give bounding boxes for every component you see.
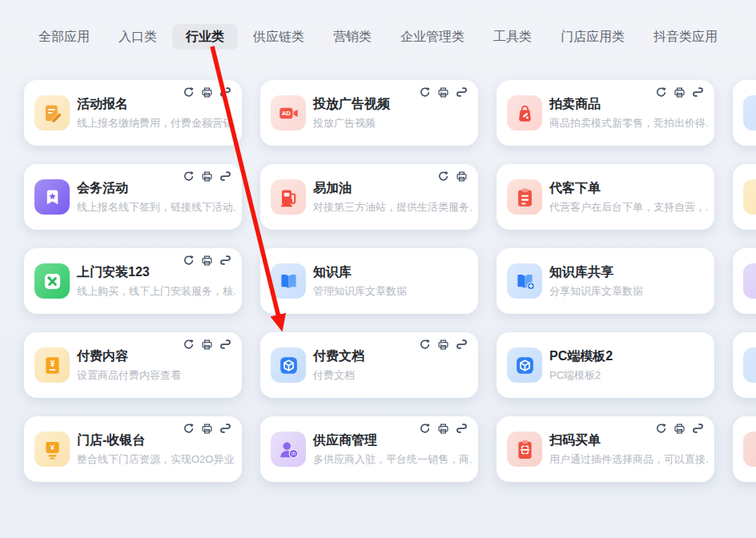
category-tab[interactable]: 工具类 [493,24,532,50]
app-card-description: 对接第三方油站，提供生活类服务。 [313,200,472,214]
link-icon[interactable] [692,86,704,98]
category-tab[interactable]: 企业管理类 [400,24,464,50]
app-card[interactable]: 易加油 对接第三方油站，提供生活类服务。 [260,164,478,230]
cube-icon [271,347,306,383]
refresh-icon[interactable] [183,171,195,183]
category-tab-label: 营销类 [333,30,372,43]
app-card-description: 付费文档 [313,368,364,382]
refresh-icon[interactable] [419,423,431,435]
app-card-grid: 活动报名 线上报名缴纳费用，付费金额营销... AD 投放广告视频 投放广告视频… [24,80,756,482]
cash-yen-icon: ¥ [34,432,70,467]
app-card-description: 设置商品付费内容查看 [77,368,181,382]
app-card-title: 上门安装123 [77,264,235,280]
category-tab-label: 入口类 [119,30,157,43]
card-actions [419,86,468,98]
category-tab-label: 抖音类应用 [653,30,718,43]
refresh-icon[interactable] [183,86,195,98]
app-card-title: 付费文档 [313,348,364,364]
refresh-icon[interactable] [437,171,449,183]
app-card-text: 会务活动 线上报名线下签到，链接线下活动。 [77,180,235,214]
app-card-title: 知识库 [313,264,407,280]
link-icon[interactable] [219,171,231,183]
link-icon[interactable] [456,423,468,435]
card-actions [655,423,704,435]
auction-bag-icon [507,95,542,130]
app-card[interactable]: 供 供应商管理 多供应商入驻，平台统一销售，商... [260,416,478,482]
app-card[interactable] [733,416,756,482]
refresh-icon[interactable] [655,86,667,98]
cube-icon [507,347,542,383]
category-tab[interactable]: 全部应用 [38,24,90,50]
link-icon[interactable] [219,86,231,98]
book-icon [271,263,306,299]
card-actions [183,171,231,183]
link-icon[interactable] [456,339,468,351]
link-icon[interactable] [456,86,468,98]
app-card[interactable] [733,164,756,230]
app-card[interactable]: 活动报名 线上报名缴纳费用，付费金额营销... [24,80,242,146]
category-tab[interactable]: 供应链类 [253,24,304,50]
printer-icon[interactable] [437,423,449,435]
category-tab[interactable]: 抖音类应用 [653,24,718,50]
app-card[interactable] [733,80,756,146]
category-tab-label: 企业管理类 [400,30,464,43]
app-card-text: 上门安装123 线上购买，线下上门安装服务，核... [77,264,235,298]
category-tab-label: 全部应用 [38,30,90,43]
card-actions [655,86,704,98]
app-card[interactable]: 扫码买单 用户通过插件选择商品，可以直接... [497,416,714,482]
refresh-icon[interactable] [419,339,431,351]
svg-text:供: 供 [291,451,296,456]
printer-icon[interactable] [674,86,686,98]
app-icon [743,432,756,467]
category-tab[interactable]: 入口类 [119,24,157,50]
link-icon[interactable] [219,255,231,267]
app-card[interactable] [733,248,756,314]
link-icon[interactable] [219,339,231,351]
printer-icon[interactable] [201,255,213,267]
clipboard-scan-icon [507,432,542,467]
app-card[interactable]: 付费文档 付费文档 [260,332,478,398]
refresh-icon[interactable] [419,86,431,98]
category-tab[interactable]: 门店应用类 [561,24,625,50]
app-card-text: 门店-收银台 整合线下门店资源，实现O2O异业... [77,432,235,466]
link-icon[interactable] [219,423,231,435]
app-card[interactable]: 知识库 管理知识库文章数据 [260,248,478,314]
app-icon [743,95,756,130]
app-card-title: PC端模板2 [549,348,613,364]
printer-icon[interactable] [437,339,449,351]
app-card-text: 供应商管理 多供应商入驻，平台统一销售，商... [313,432,472,466]
app-card[interactable]: ¥ 门店-收银台 整合线下门店资源，实现O2O异业... [24,416,242,482]
app-card[interactable]: 会务活动 线上报名线下签到，链接线下活动。 [24,164,242,230]
app-card[interactable]: 拍卖商品 商品拍卖模式新零售，竞拍出价得... [497,80,714,146]
printer-icon[interactable] [201,423,213,435]
app-card-description: PC端模板2 [549,368,613,382]
app-card[interactable]: 代客下单 代营客户在后台下单，支持自营，... [497,164,714,230]
app-card[interactable]: 知识库共享 分享知识库文章数据 [497,248,714,314]
app-card-text: 投放广告视频 投放广告视频 [313,96,390,130]
app-card-description: 投放广告视频 [313,116,390,130]
category-tab[interactable]: 营销类 [333,24,372,50]
category-tab[interactable]: 行业类 [172,24,238,50]
fuel-pump-icon [271,179,306,215]
refresh-icon[interactable] [183,339,195,351]
app-card[interactable]: ¥ 付费内容 设置商品付费内容查看 [24,332,242,398]
app-card[interactable] [733,332,756,398]
printer-icon[interactable] [437,86,449,98]
app-card-title: 扫码买单 [549,432,708,448]
bookmark-star-icon [34,179,70,215]
refresh-icon[interactable] [655,423,667,435]
printer-icon[interactable] [674,423,686,435]
printer-icon[interactable] [201,171,213,183]
printer-icon[interactable] [456,171,468,183]
link-icon[interactable] [692,423,704,435]
printer-icon[interactable] [201,86,213,98]
app-card[interactable]: PC端模板2 PC端模板2 [497,332,714,398]
app-card[interactable]: AD 投放广告视频 投放广告视频 [260,80,478,146]
app-card[interactable]: 上门安装123 线上购买，线下上门安装服务，核... [24,248,242,314]
refresh-icon[interactable] [183,255,195,267]
app-card-description: 管理知识库文章数据 [313,284,407,298]
printer-icon[interactable] [201,339,213,351]
app-card-text: PC端模板2 PC端模板2 [549,348,613,382]
category-tab-label: 行业类 [186,30,224,43]
refresh-icon[interactable] [183,423,195,435]
